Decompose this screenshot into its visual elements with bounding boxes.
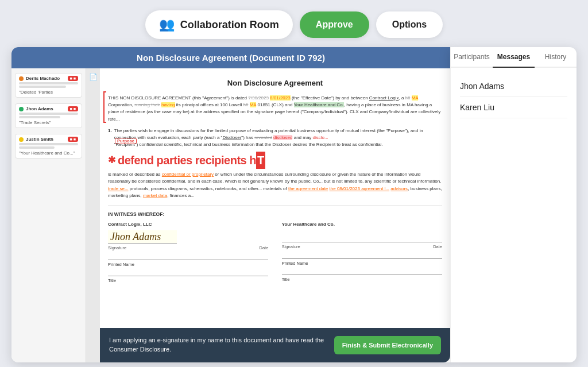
sig-field-row-left: Signature Date	[108, 245, 268, 251]
company-left: Contract Logix, LLC	[108, 221, 268, 228]
witness-section: IN WITNESS WHEREOF: Contract Logix, LLC …	[108, 206, 442, 284]
comment-line	[19, 113, 78, 115]
comment-line	[19, 116, 60, 118]
finish-submit-button[interactable]: Finish & Submit Electronically	[334, 336, 441, 354]
doc-page-icon: 📄	[89, 73, 98, 81]
comment-tag: ■ ■	[68, 137, 78, 142]
comment-line	[19, 86, 66, 88]
section-1: 1. The parties wish to engage in discuss…	[108, 128, 442, 148]
document-sidebar: Derlis Machado ■ ■ "Deleted 'Parties Jho…	[11, 68, 86, 362]
comment-quote: "Deleted 'Parties	[19, 90, 78, 95]
title-label-left: Title	[108, 276, 268, 284]
comment-item[interactable]: Derlis Machado ■ ■ "Deleted 'Parties	[15, 73, 82, 98]
doc-icon-bar: 📄	[86, 68, 100, 362]
comment-quote: "Your Healthcare and Co..."	[19, 150, 78, 156]
top-bar: 👥 Collaboration Room Approve Options	[0, 0, 588, 47]
comment-item[interactable]: Justin Smith ■ ■ "Your Healthcare and Co…	[15, 134, 82, 159]
bracket-marker	[103, 91, 106, 123]
collab-room-pill: 👥 Collaboration Room	[145, 10, 293, 39]
date-label-right: Date	[433, 244, 442, 250]
right-tabs: Participants Messages History	[451, 47, 577, 68]
purpose-box-label: Purpose	[115, 138, 137, 144]
doc-paragraph-2: is marked or described as confidential o…	[108, 171, 442, 200]
tab-participants[interactable]: Participants	[451, 47, 493, 67]
comment-tag: ■ ■	[68, 106, 78, 111]
printed-name-right: Printed Name	[282, 258, 442, 266]
comment-lines	[19, 113, 78, 118]
doc-paragraph-1: THIS NON DISCLOSURE AGREEMENT (this "Agr…	[108, 95, 442, 123]
comment-item[interactable]: Jhon Adams ■ ■ "Trade Secrets"	[15, 103, 82, 128]
esig-overlay: I am applying an e-signature in my name …	[100, 328, 450, 362]
participant-name: Karen Liu	[460, 103, 567, 112]
author-dot	[19, 137, 24, 142]
big-highlight-t: T	[256, 152, 265, 169]
comment-author: Justin Smith	[26, 137, 53, 142]
comment-author: Jhon Adams	[26, 106, 53, 111]
collab-room-label: Collaboration Room	[180, 19, 279, 31]
author-dot	[19, 76, 24, 81]
comment-line	[19, 146, 55, 149]
big-highlight-text: defend parties recipients h	[118, 152, 256, 169]
star-marker: ✱	[108, 153, 115, 167]
main-content: Non Disclosure Agreement (Document ID 79…	[0, 47, 588, 362]
tab-messages[interactable]: Messages	[493, 47, 535, 68]
document-panel: Non Disclosure Agreement (Document ID 79…	[11, 47, 450, 362]
collaboration-icon: 👥	[159, 17, 175, 32]
esig-text: I am applying an e-signature in my name …	[109, 336, 327, 354]
big-highlight-row: ✱ defend parties recipients h T	[108, 152, 442, 169]
witness-col-left: Contract Logix, LLC Jhon Adams Signature…	[108, 221, 268, 284]
signature-left: Jhon Adams	[108, 230, 177, 244]
printed-name-label: Printed Name	[108, 260, 268, 268]
participant-item: Karen Liu	[460, 97, 567, 118]
witness-col-right: Your Healthcare and Co. Signature Date P…	[282, 221, 442, 284]
title-label-right: Title	[282, 275, 442, 283]
options-button[interactable]: Options	[376, 11, 443, 38]
document-body: Derlis Machado ■ ■ "Deleted 'Parties Jho…	[11, 68, 450, 362]
comment-line	[19, 143, 78, 145]
tab-history[interactable]: History	[535, 47, 577, 67]
comment-author: Derlis Machado	[26, 76, 60, 81]
approve-button[interactable]: Approve	[300, 11, 369, 38]
comment-lines	[19, 143, 78, 149]
right-panel-content: Jhon Adams Karen Liu	[451, 68, 577, 362]
document-title: Non Disclosure Agreement	[108, 78, 442, 89]
author-dot	[19, 107, 24, 111]
purpose-callout: Purpose	[115, 137, 137, 145]
participant-name: Jhon Adams	[460, 82, 567, 91]
document-text-area: Non Disclosure Agreement THIS NON DISCLO…	[100, 68, 450, 362]
date-label: Date	[260, 245, 269, 251]
document-header: Non Disclosure Agreement (Document ID 79…	[11, 47, 450, 68]
company-right: Your Healthcare and Co.	[282, 221, 442, 228]
participant-item: Jhon Adams	[460, 76, 567, 97]
sig-label-right: Signature	[282, 244, 300, 250]
comment-line	[19, 82, 78, 84]
witness-title: IN WITNESS WHEREOF:	[108, 211, 442, 218]
comment-tag: ■ ■	[68, 76, 78, 81]
sig-label: Signature	[108, 245, 126, 251]
comment-quote: "Trade Secrets"	[19, 120, 78, 125]
witness-row: Contract Logix, LLC Jhon Adams Signature…	[108, 221, 442, 284]
right-panel: Participants Messages History Jhon Adams…	[450, 47, 577, 362]
sig-field-row-right: Signature Date	[282, 244, 442, 250]
comment-lines	[19, 82, 78, 88]
